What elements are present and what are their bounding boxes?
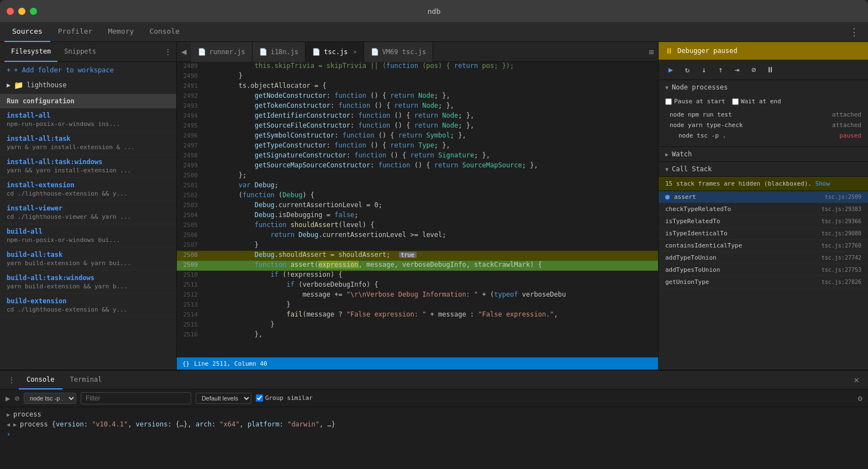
tab-label: i18n.js bbox=[271, 48, 299, 56]
console-tab-bar: ⋮ Console Terminal ✕ bbox=[0, 371, 868, 389]
editor-tab-vm69-tsc-js[interactable]: 📄 VM69 tsc.js bbox=[364, 42, 433, 62]
sidebar-tab-filesystem[interactable]: Filesystem bbox=[4, 42, 57, 62]
cs-item-getUnionType[interactable]: getUnionType tsc.js:27826 bbox=[659, 276, 868, 288]
tab-memory[interactable]: Memory bbox=[100, 22, 141, 42]
run-config-cmd: cd ./lighthouse-extension && y... bbox=[7, 190, 170, 197]
close-button[interactable] bbox=[7, 8, 14, 15]
console-process-select[interactable]: node tsc -p . bbox=[24, 393, 76, 404]
code-line-2502: 2502 (function (Debug) { bbox=[177, 191, 658, 201]
run-config-install-all[interactable]: install-all npm-run-posix-or-windows ins… bbox=[0, 108, 176, 131]
main-tab-bar: Sources Profiler Memory Console ⋮ bbox=[0, 22, 868, 42]
editor-action-icon[interactable]: ⊞ bbox=[645, 48, 658, 56]
editor-tab-tsc-js[interactable]: 📄 tsc.js ✕ bbox=[306, 42, 364, 62]
add-folder-button[interactable]: + + Add folder to workspace bbox=[0, 62, 176, 78]
wait-at-end-label[interactable]: Wait at end bbox=[732, 98, 781, 105]
process-name: node yarn type-check bbox=[670, 122, 743, 129]
console-prompt-line[interactable]: › bbox=[7, 429, 861, 439]
step-button[interactable]: ⇥ bbox=[730, 63, 744, 76]
call-stack-label: Call Stack bbox=[672, 165, 712, 173]
deactivate-breakpoints-button[interactable]: ⊘ bbox=[747, 63, 760, 76]
run-config-name: build-all:task:windows bbox=[7, 274, 170, 282]
console-line-process[interactable]: ▶ process bbox=[7, 409, 861, 419]
run-config-cmd: yarn build-extension && yarn b... bbox=[7, 283, 170, 290]
process-tsc[interactable]: node tsc -p . paused bbox=[665, 130, 861, 141]
run-config-build-all-task-windows[interactable]: build-all:task:windows yarn build-extens… bbox=[0, 271, 176, 294]
code-line-2499: 2499 getSourceMapSourceConstructor: func… bbox=[177, 161, 658, 171]
cs-item-assert[interactable]: assert tsc.js:2509 bbox=[659, 191, 868, 203]
process-npm-run-test[interactable]: node npm run test attached bbox=[665, 109, 861, 120]
console-level-select[interactable]: Default levels bbox=[196, 393, 251, 404]
cs-item-containsIdenticalType[interactable]: containsIdenticalType tsc.js:27760 bbox=[659, 240, 868, 252]
group-similar-checkbox[interactable] bbox=[256, 394, 263, 402]
code-line-2511: 2511 if (verboseDebugInfo) { bbox=[177, 281, 658, 291]
cs-frame-name: isTypeRelatedTo bbox=[665, 218, 822, 225]
tab-profiler[interactable]: Profiler bbox=[50, 22, 101, 42]
cs-item-addTypesToUnion[interactable]: addTypesToUnion tsc.js:27753 bbox=[659, 264, 868, 276]
console-gear-icon[interactable]: ⚙ bbox=[858, 394, 862, 403]
cs-item-isTypeIdenticalTo[interactable]: isTypeIdenticalTo tsc.js:29080 bbox=[659, 228, 868, 240]
run-config-install-all-task-windows[interactable]: install-all:task:windows yarn && yarn in… bbox=[0, 155, 176, 178]
step-over-button[interactable]: ↻ bbox=[681, 63, 694, 76]
cs-item-isTypeRelatedTo[interactable]: isTypeRelatedTo tsc.js:29366 bbox=[659, 215, 868, 228]
close-console-icon[interactable]: ✕ bbox=[849, 375, 864, 385]
run-config-build-all[interactable]: build-all npm-run-posix-or-windows bui..… bbox=[0, 224, 176, 247]
node-processes-header[interactable]: ▼ Node processes bbox=[659, 80, 868, 94]
console-stop-button[interactable]: ⊘ bbox=[14, 394, 19, 403]
step-into-button[interactable]: ↓ bbox=[697, 63, 711, 76]
console-area: ⋮ Console Terminal ✕ ▶ ⊘ node tsc -p . D… bbox=[0, 370, 868, 469]
sidebar-tab-snippets[interactable]: Snippets bbox=[57, 42, 103, 62]
run-config-install-all-task[interactable]: install-all:task yarn & yarn install-ext… bbox=[0, 131, 176, 155]
code-line-2510: 2510 if (!expression) { bbox=[177, 271, 658, 281]
step-out-button[interactable]: ↑ bbox=[714, 63, 727, 76]
cs-item-checkTypeRelatedTo[interactable]: checkTypeRelatedTo tsc.js:29383 bbox=[659, 203, 868, 215]
editor-nav-back[interactable]: ◀ bbox=[177, 46, 191, 57]
group-similar-label[interactable]: Group similar bbox=[256, 394, 313, 402]
resume-button[interactable]: ▶ bbox=[664, 63, 677, 76]
code-line-2493: 2493 getTokenConstructor: function () { … bbox=[177, 102, 658, 112]
folder-lighthouse[interactable]: ▶ 📁 lighthouse bbox=[0, 78, 176, 92]
debugger-paused-banner: ⏸ Debugger paused bbox=[659, 42, 868, 60]
process-status: attached bbox=[832, 122, 861, 129]
wait-at-end-checkbox[interactable] bbox=[732, 98, 739, 105]
run-config-install-extension[interactable]: install-extension cd ./lighthouse-extens… bbox=[0, 178, 176, 201]
status-brackets: {} bbox=[182, 360, 190, 367]
expand-arrow-icon[interactable]: ▶ bbox=[7, 412, 10, 418]
call-stack-header[interactable]: ▼ Call Stack bbox=[659, 162, 868, 177]
tab-console[interactable]: Console bbox=[19, 371, 62, 389]
code-editor[interactable]: 2489 this.skipTrivia = skipTrivia || (fu… bbox=[177, 62, 658, 357]
cs-frame-loc: tsc.js:27826 bbox=[822, 279, 861, 285]
expand-arrow-small-icon[interactable]: ▶ bbox=[13, 421, 17, 428]
sidebar-options-icon[interactable]: ⋮ bbox=[164, 48, 172, 56]
run-config-build-extension[interactable]: build-extension cd ./lighthouse-extensio… bbox=[0, 294, 176, 317]
run-config-cmd: cd ./lighthouse-viewer && yarn ... bbox=[7, 213, 170, 220]
wait-at-end-text: Wait at end bbox=[741, 98, 781, 105]
editor-tab-runner-js[interactable]: 📄 runner.js bbox=[191, 42, 252, 62]
console-toolbar: ▶ ⊘ node tsc -p . Default levels Group s… bbox=[0, 389, 868, 407]
minimize-button[interactable] bbox=[18, 8, 25, 15]
console-line-process-expanded[interactable]: ◀ ▶ process {version: "v10.4.1", version… bbox=[7, 419, 861, 429]
titlebar: ndb bbox=[0, 0, 868, 22]
tab-terminal[interactable]: Terminal bbox=[62, 371, 110, 389]
main-menu-icon[interactable]: ⋮ bbox=[845, 26, 864, 38]
collapse-arrow-icon[interactable]: ◀ bbox=[7, 421, 10, 428]
cs-frame-loc: tsc.js:29366 bbox=[822, 218, 861, 224]
pause-at-start-label[interactable]: Pause at start bbox=[665, 98, 725, 105]
cs-item-addTypeToUnion[interactable]: addTypeToUnion tsc.js:27742 bbox=[659, 252, 868, 264]
process-status: attached bbox=[832, 111, 861, 118]
maximize-button[interactable] bbox=[30, 8, 37, 15]
console-run-button[interactable]: ▶ bbox=[6, 394, 10, 403]
pause-at-start-checkbox[interactable] bbox=[665, 98, 672, 105]
close-tab-icon[interactable]: ✕ bbox=[354, 49, 357, 55]
show-blackboxed-button[interactable]: Show bbox=[816, 180, 830, 187]
tab-console-main[interactable]: Console bbox=[141, 22, 187, 42]
watch-section-header[interactable]: ▶ Watch bbox=[659, 147, 868, 162]
pause-on-exceptions-button[interactable]: ⏸ bbox=[764, 63, 777, 76]
editor-tab-i18n-js[interactable]: 📄 i18n.js bbox=[252, 42, 306, 62]
tab-sources[interactable]: Sources bbox=[4, 22, 50, 42]
run-config-install-viewer[interactable]: install-viewer cd ./lighthouse-viewer &&… bbox=[0, 201, 176, 224]
process-yarn-type-check[interactable]: node yarn type-check attached bbox=[665, 120, 861, 130]
run-config-build-all-task[interactable]: build-all:task yarn build-extension & ya… bbox=[0, 247, 176, 271]
console-tab-icon[interactable]: ⋮ bbox=[4, 376, 19, 384]
run-config-cmd: npm-run-posix-or-windows ins... bbox=[7, 120, 170, 128]
console-filter-input[interactable] bbox=[81, 392, 191, 404]
